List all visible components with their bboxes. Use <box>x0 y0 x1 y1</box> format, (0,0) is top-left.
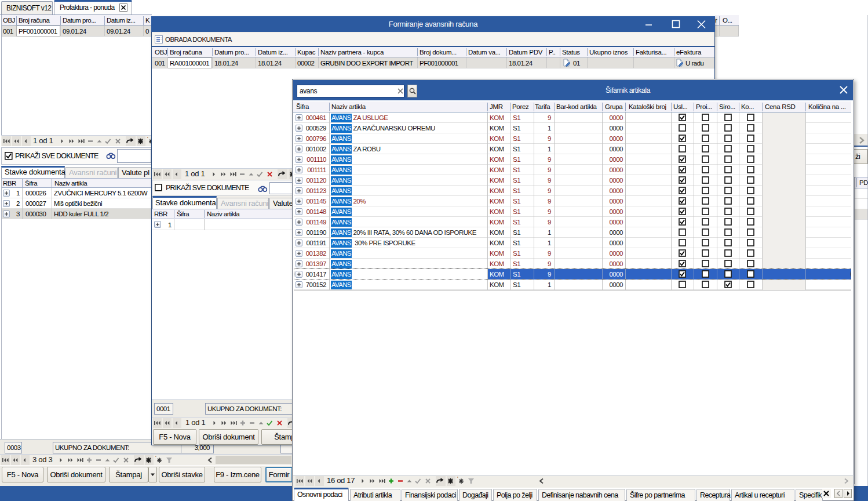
svg-text:': ' <box>457 475 458 481</box>
svg-text:': ' <box>155 455 156 460</box>
svg-text:': ' <box>147 136 148 141</box>
